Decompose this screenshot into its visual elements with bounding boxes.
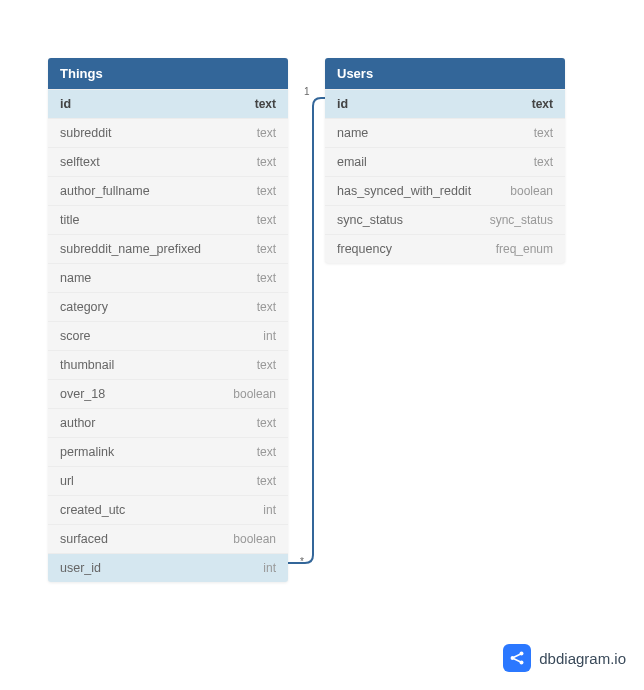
column-row[interactable]: frequency freq_enum [325,234,565,263]
column-name: id [60,97,71,111]
column-name: has_synced_with_reddit [337,184,471,198]
share-icon [503,644,531,672]
column-name: sync_status [337,213,403,227]
column-name: subreddit [60,126,111,140]
column-row[interactable]: selftext text [48,147,288,176]
column-row[interactable]: id text [325,89,565,118]
column-row[interactable]: subreddit text [48,118,288,147]
column-type: text [255,97,276,111]
column-name: category [60,300,108,314]
column-type: text [257,300,276,314]
column-name: frequency [337,242,392,256]
column-name: surfaced [60,532,108,546]
column-name: permalink [60,445,114,459]
column-row[interactable]: sync_status sync_status [325,205,565,234]
column-row[interactable]: over_18 boolean [48,379,288,408]
column-type: text [532,97,553,111]
relation-cardinality-one: 1 [304,86,310,97]
column-type: int [263,503,276,517]
column-type: text [257,474,276,488]
column-type: sync_status [490,213,553,227]
table-things-header: Things [48,58,288,89]
diagram-canvas[interactable]: 1 * Things id text subreddit text selfte… [0,0,644,690]
column-type: freq_enum [496,242,553,256]
column-type: text [257,155,276,169]
column-type: text [257,126,276,140]
column-row[interactable]: has_synced_with_reddit boolean [325,176,565,205]
column-name: author_fullname [60,184,150,198]
column-row[interactable]: title text [48,205,288,234]
column-row[interactable]: category text [48,292,288,321]
table-things[interactable]: Things id text subreddit text selftext t… [48,58,288,582]
column-row[interactable]: email text [325,147,565,176]
column-name: name [337,126,368,140]
column-name: created_utc [60,503,125,517]
column-type: text [257,271,276,285]
column-name: id [337,97,348,111]
brand-logo[interactable]: dbdiagram.io [503,644,626,672]
column-name: email [337,155,367,169]
column-name: over_18 [60,387,105,401]
column-row[interactable]: user_id int [48,553,288,582]
column-name: title [60,213,79,227]
column-name: subreddit_name_prefixed [60,242,201,256]
column-name: name [60,271,91,285]
table-users[interactable]: Users id text name text email text has_s… [325,58,565,263]
column-type: text [257,358,276,372]
table-users-header: Users [325,58,565,89]
column-row[interactable]: author_fullname text [48,176,288,205]
column-type: text [257,445,276,459]
column-type: text [534,155,553,169]
column-row[interactable]: author text [48,408,288,437]
column-row[interactable]: id text [48,89,288,118]
column-type: text [257,184,276,198]
column-type: int [263,329,276,343]
column-row[interactable]: created_utc int [48,495,288,524]
column-row[interactable]: score int [48,321,288,350]
column-row[interactable]: surfaced boolean [48,524,288,553]
column-type: text [257,213,276,227]
column-name: url [60,474,74,488]
column-row[interactable]: permalink text [48,437,288,466]
brand-label: dbdiagram.io [539,650,626,667]
column-name: selftext [60,155,100,169]
column-row[interactable]: name text [48,263,288,292]
column-name: author [60,416,95,430]
column-row[interactable]: subreddit_name_prefixed text [48,234,288,263]
column-row[interactable]: name text [325,118,565,147]
column-type: boolean [510,184,553,198]
column-name: thumbnail [60,358,114,372]
column-type: text [257,242,276,256]
column-type: boolean [233,387,276,401]
column-type: text [257,416,276,430]
relation-cardinality-many: * [300,556,304,567]
column-type: text [534,126,553,140]
column-name: user_id [60,561,101,575]
column-name: score [60,329,91,343]
column-row[interactable]: url text [48,466,288,495]
column-type: boolean [233,532,276,546]
column-type: int [263,561,276,575]
column-row[interactable]: thumbnail text [48,350,288,379]
